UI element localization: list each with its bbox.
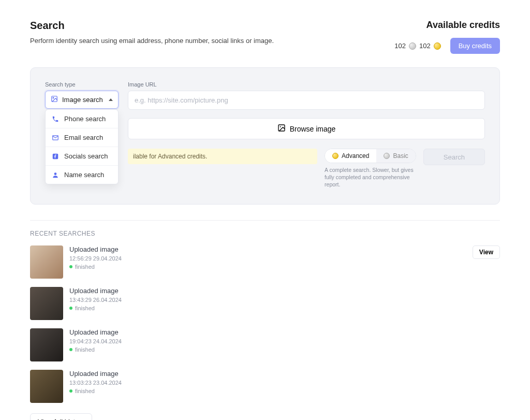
mode-toggle: Advanced Basic	[325, 149, 416, 163]
silver-coin-icon	[384, 153, 390, 159]
dropdown-item-label: Socials search	[64, 152, 108, 160]
mode-advanced[interactable]: Advanced	[325, 149, 376, 163]
status-dot-icon	[69, 307, 72, 310]
status-dot-icon	[69, 348, 72, 351]
gold-coin-icon	[332, 153, 338, 159]
dropdown-item-label: Phone search	[64, 115, 106, 123]
recent-item-title: Uploaded image	[69, 245, 122, 253]
buy-credits-button[interactable]: Buy credits	[450, 38, 500, 54]
browse-image-button[interactable]: Browse image	[128, 118, 485, 139]
recent-item-status: finished	[75, 264, 95, 270]
mode-basic-label: Basic	[393, 152, 408, 160]
person-icon	[52, 171, 59, 179]
mode-advanced-label: Advanced	[342, 152, 369, 160]
page-subtitle: Perform identity search using email addr…	[30, 37, 274, 45]
credits-gold-value: 102	[419, 42, 431, 50]
browse-label: Browse image	[290, 125, 336, 133]
search-button[interactable]: Search	[423, 149, 485, 165]
dropdown-item-label: Email search	[64, 134, 103, 141]
notice-banner: ilable for Advanced credits.	[128, 149, 317, 164]
dropdown-item-label: Name search	[64, 171, 104, 179]
recent-item-status: finished	[75, 305, 95, 311]
phone-icon	[52, 115, 59, 123]
svg-point-5	[279, 126, 281, 127]
image-icon	[51, 95, 58, 104]
search-type-dropdown: Phone search Email search Socials search	[45, 109, 119, 184]
recent-item: Uploaded image 19:04:23 24.04.2024 finis…	[30, 328, 500, 361]
image-url-input[interactable]	[128, 91, 485, 110]
chevron-up-icon	[109, 98, 113, 101]
mode-description: A complete search. Slower, but gives ful…	[325, 166, 415, 189]
recent-item-time: 13:03:23 23.04.2024	[69, 380, 122, 386]
silver-coin-icon	[409, 42, 416, 50]
recent-item: Uploaded image 12:56:29 29.04.2024 finis…	[30, 245, 500, 279]
thumbnail	[30, 370, 63, 403]
recent-section-title: Recent Searches	[30, 230, 500, 237]
gold-coin-icon	[434, 42, 441, 50]
view-full-history-button[interactable]: View full history	[30, 413, 92, 420]
credits-silver-value: 102	[394, 42, 406, 50]
recent-item-status: finished	[75, 346, 95, 353]
credits-title: Available credits	[394, 20, 500, 31]
search-type-select[interactable]: Image search	[45, 91, 119, 109]
recent-item-title: Uploaded image	[69, 370, 122, 378]
search-type-label: Search type	[45, 81, 119, 88]
divider	[30, 220, 500, 221]
image-url-label: Image URL	[128, 81, 485, 88]
view-button[interactable]: View	[473, 245, 500, 259]
status-dot-icon	[69, 389, 72, 393]
image-icon	[277, 124, 286, 134]
mail-icon	[52, 134, 59, 141]
status-dot-icon	[69, 265, 72, 268]
recent-item-title: Uploaded image	[69, 287, 122, 295]
svg-point-1	[53, 97, 54, 98]
dropdown-item-socials[interactable]: Socials search	[46, 147, 118, 166]
thumbnail	[30, 328, 63, 361]
recent-item: Uploaded image 13:43:29 26.04.2024 finis…	[30, 287, 500, 320]
search-panel: Search type Image search	[30, 67, 500, 205]
search-type-selected: Image search	[62, 96, 103, 104]
dropdown-item-name[interactable]: Name search	[46, 166, 118, 184]
thumbnail	[30, 287, 63, 320]
thumbnail	[30, 245, 63, 279]
recent-item-time: 19:04:23 24.04.2024	[69, 338, 122, 344]
recent-item-status: finished	[75, 388, 95, 394]
recent-item-time: 13:43:29 26.04.2024	[69, 297, 122, 303]
mode-basic[interactable]: Basic	[376, 149, 415, 163]
svg-point-3	[54, 172, 57, 175]
dropdown-item-phone[interactable]: Phone search	[46, 110, 118, 128]
social-icon	[52, 153, 59, 160]
page-title: Search	[30, 20, 274, 32]
recent-item-time: 12:56:29 29.04.2024	[69, 255, 122, 262]
recent-item-title: Uploaded image	[69, 328, 122, 336]
dropdown-item-email[interactable]: Email search	[46, 128, 118, 147]
recent-item: Uploaded image 13:03:23 23.04.2024 finis…	[30, 370, 500, 403]
